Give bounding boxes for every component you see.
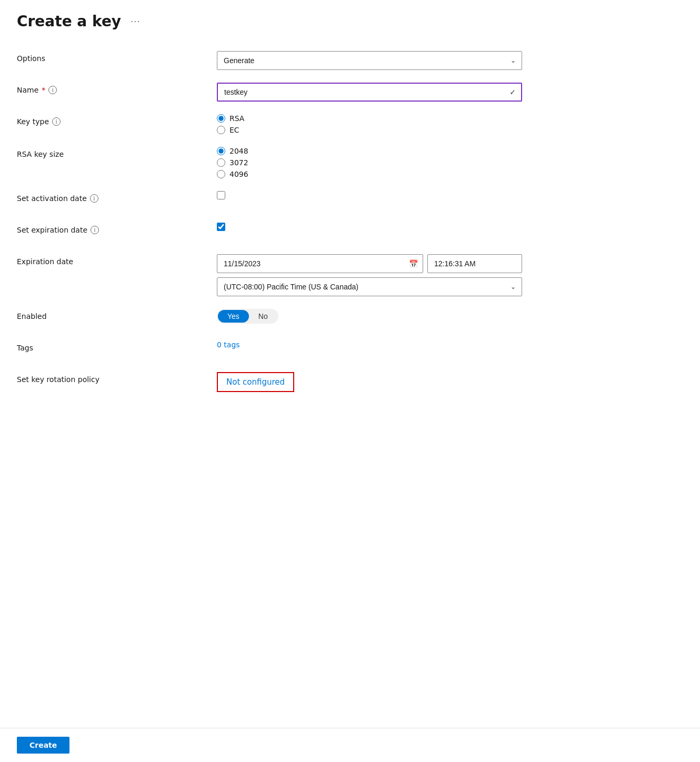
rotation-policy-row: Set key rotation policy Not configured <box>17 372 683 392</box>
rsa-size-4096-radio[interactable] <box>217 170 225 178</box>
key-type-ec-label: EC <box>229 126 239 134</box>
key-type-control: RSA EC <box>217 114 522 134</box>
page-header: Create a key ··· <box>0 0 700 38</box>
rsa-key-size-row: RSA key size 2048 3072 4096 <box>17 147 683 178</box>
enabled-toggle-pill: Yes No <box>217 309 278 324</box>
key-type-ec-item[interactable]: EC <box>217 126 522 134</box>
activation-date-label: Set activation date i <box>17 191 217 203</box>
expiration-date-set-label: Set expiration date i <box>17 223 217 234</box>
expiration-date-value-row: Expiration date 📅 (UTC-08:00) Pacific Ti… <box>17 254 683 296</box>
key-type-info-icon[interactable]: i <box>52 117 61 126</box>
tags-link[interactable]: 0 tags <box>217 340 240 349</box>
enabled-no-button[interactable]: No <box>249 310 277 323</box>
rsa-key-size-radio-group: 2048 3072 4096 <box>217 147 522 178</box>
enabled-toggle-group: Yes No <box>217 309 522 324</box>
rsa-size-4096-item[interactable]: 4096 <box>217 170 522 178</box>
rotation-policy-label: Set key rotation policy <box>17 372 217 384</box>
name-label: Name * i <box>17 83 217 94</box>
name-check-icon: ✓ <box>509 88 516 96</box>
expiration-date-checkbox-item[interactable] <box>217 223 522 231</box>
activation-date-row: Set activation date i <box>17 191 683 210</box>
rsa-size-4096-label: 4096 <box>229 170 248 178</box>
create-button[interactable]: Create <box>17 737 69 754</box>
tags-label: Tags <box>17 340 217 352</box>
expiration-date-control <box>217 223 522 231</box>
key-type-radio-group: RSA EC <box>217 114 522 134</box>
date-input-wrapper: 📅 <box>217 254 423 273</box>
enabled-label: Enabled <box>17 309 217 320</box>
activation-date-info-icon[interactable]: i <box>90 194 98 203</box>
key-type-rsa-item[interactable]: RSA <box>217 114 522 123</box>
key-type-row: Key type i RSA EC <box>17 114 683 134</box>
required-star: * <box>42 86 45 94</box>
options-row: Options Generate Import Restore from bac… <box>17 51 683 70</box>
name-row: Name * i ✓ <box>17 83 683 102</box>
date-input[interactable] <box>217 254 423 273</box>
more-options-button[interactable]: ··· <box>127 14 143 29</box>
key-type-ec-radio[interactable] <box>217 126 225 134</box>
options-select[interactable]: Generate Import Restore from backup <box>217 51 522 70</box>
enabled-row: Enabled Yes No <box>17 309 683 328</box>
page-title: Create a key <box>17 13 121 30</box>
expiration-date-row: Set expiration date i <box>17 223 683 242</box>
expiration-date-row-inputs: 📅 <box>217 254 522 273</box>
name-input[interactable] <box>217 83 522 102</box>
key-type-label: Key type i <box>17 114 217 126</box>
rotation-policy-control: Not configured <box>217 372 522 392</box>
activation-date-control <box>217 191 522 199</box>
expiration-date-value-control: 📅 (UTC-08:00) Pacific Time (US & Canada)… <box>217 254 522 296</box>
page-wrapper: Create a key ··· Options Generate Import… <box>0 0 700 762</box>
tags-control: 0 tags <box>217 340 522 349</box>
rsa-key-size-label: RSA key size <box>17 147 217 158</box>
activation-date-checkbox[interactable] <box>217 191 225 199</box>
time-input[interactable] <box>427 254 522 273</box>
expiration-date-group: 📅 (UTC-08:00) Pacific Time (US & Canada)… <box>217 254 522 296</box>
key-type-rsa-radio[interactable] <box>217 114 225 123</box>
not-configured-button[interactable]: Not configured <box>217 372 294 392</box>
rsa-size-2048-radio[interactable] <box>217 147 225 155</box>
rsa-key-size-control: 2048 3072 4096 <box>217 147 522 178</box>
activation-date-checkbox-item[interactable] <box>217 191 522 199</box>
enabled-yes-button[interactable]: Yes <box>218 310 249 323</box>
expiration-date-value-label: Expiration date <box>17 254 217 266</box>
options-select-wrapper: Generate Import Restore from backup ⌄ <box>217 51 522 70</box>
name-control: ✓ <box>217 83 522 102</box>
page-footer: Create <box>0 728 700 762</box>
form-container: Options Generate Import Restore from bac… <box>0 38 700 728</box>
rsa-size-3072-radio[interactable] <box>217 158 225 167</box>
options-label: Options <box>17 51 217 63</box>
name-input-wrapper: ✓ <box>217 83 522 102</box>
options-control: Generate Import Restore from backup ⌄ <box>217 51 522 70</box>
key-type-rsa-label: RSA <box>229 114 244 123</box>
tags-row: Tags 0 tags <box>17 340 683 359</box>
timezone-select-wrapper: (UTC-08:00) Pacific Time (US & Canada) (… <box>217 277 522 296</box>
rsa-size-2048-item[interactable]: 2048 <box>217 147 522 155</box>
rsa-size-3072-item[interactable]: 3072 <box>217 158 522 167</box>
expiration-date-info-icon[interactable]: i <box>91 226 99 234</box>
rsa-size-2048-label: 2048 <box>229 147 248 155</box>
expiration-date-checkbox[interactable] <box>217 223 225 231</box>
name-info-icon[interactable]: i <box>48 86 57 94</box>
enabled-control: Yes No <box>217 309 522 324</box>
timezone-select[interactable]: (UTC-08:00) Pacific Time (US & Canada) (… <box>217 277 522 296</box>
rsa-size-3072-label: 3072 <box>229 158 248 167</box>
